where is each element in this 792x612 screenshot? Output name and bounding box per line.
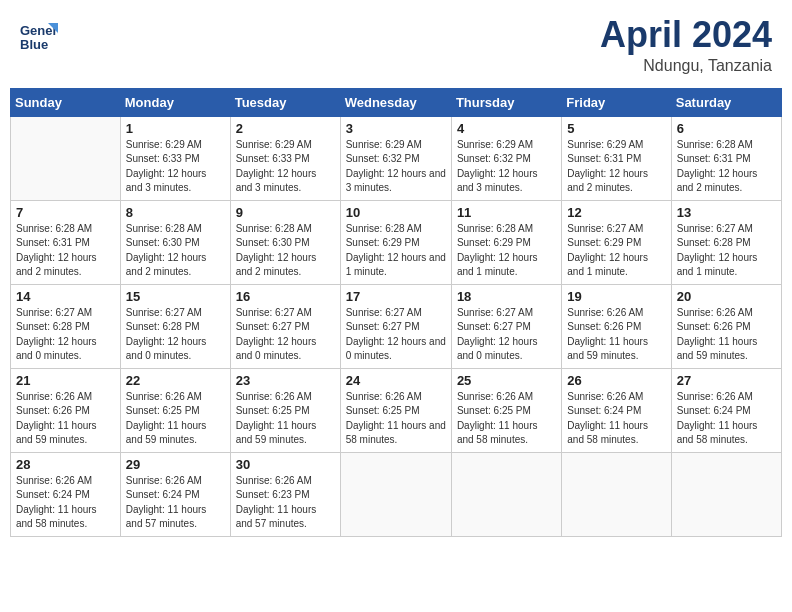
calendar-cell: 30Sunrise: 6:26 AM Sunset: 6:23 PM Dayli… bbox=[230, 452, 340, 536]
calendar-cell: 20Sunrise: 6:26 AM Sunset: 6:26 PM Dayli… bbox=[671, 284, 781, 368]
calendar-cell: 26Sunrise: 6:26 AM Sunset: 6:24 PM Dayli… bbox=[562, 368, 671, 452]
day-info: Sunrise: 6:29 AM Sunset: 6:33 PM Dayligh… bbox=[126, 138, 225, 196]
calendar-cell: 25Sunrise: 6:26 AM Sunset: 6:25 PM Dayli… bbox=[451, 368, 561, 452]
calendar-cell bbox=[11, 116, 121, 200]
calendar-cell: 24Sunrise: 6:26 AM Sunset: 6:25 PM Dayli… bbox=[340, 368, 451, 452]
day-number: 11 bbox=[457, 205, 556, 220]
calendar-cell: 13Sunrise: 6:27 AM Sunset: 6:28 PM Dayli… bbox=[671, 200, 781, 284]
day-header-sunday: Sunday bbox=[11, 88, 121, 116]
calendar-cell: 11Sunrise: 6:28 AM Sunset: 6:29 PM Dayli… bbox=[451, 200, 561, 284]
month-title: April 2024 bbox=[600, 15, 772, 55]
day-info: Sunrise: 6:28 AM Sunset: 6:29 PM Dayligh… bbox=[346, 222, 446, 280]
day-number: 8 bbox=[126, 205, 225, 220]
calendar-cell: 19Sunrise: 6:26 AM Sunset: 6:26 PM Dayli… bbox=[562, 284, 671, 368]
calendar-cell: 8Sunrise: 6:28 AM Sunset: 6:30 PM Daylig… bbox=[120, 200, 230, 284]
calendar-cell: 18Sunrise: 6:27 AM Sunset: 6:27 PM Dayli… bbox=[451, 284, 561, 368]
calendar-header-row: SundayMondayTuesdayWednesdayThursdayFrid… bbox=[11, 88, 782, 116]
day-info: Sunrise: 6:27 AM Sunset: 6:28 PM Dayligh… bbox=[677, 222, 776, 280]
calendar-cell bbox=[340, 452, 451, 536]
day-info: Sunrise: 6:26 AM Sunset: 6:24 PM Dayligh… bbox=[16, 474, 115, 532]
calendar-cell: 3Sunrise: 6:29 AM Sunset: 6:32 PM Daylig… bbox=[340, 116, 451, 200]
calendar-cell: 9Sunrise: 6:28 AM Sunset: 6:30 PM Daylig… bbox=[230, 200, 340, 284]
day-number: 16 bbox=[236, 289, 335, 304]
calendar-table: SundayMondayTuesdayWednesdayThursdayFrid… bbox=[10, 88, 782, 537]
calendar-cell: 23Sunrise: 6:26 AM Sunset: 6:25 PM Dayli… bbox=[230, 368, 340, 452]
calendar-cell: 1Sunrise: 6:29 AM Sunset: 6:33 PM Daylig… bbox=[120, 116, 230, 200]
day-number: 12 bbox=[567, 205, 665, 220]
day-number: 2 bbox=[236, 121, 335, 136]
day-info: Sunrise: 6:26 AM Sunset: 6:26 PM Dayligh… bbox=[567, 306, 665, 364]
day-info: Sunrise: 6:29 AM Sunset: 6:32 PM Dayligh… bbox=[346, 138, 446, 196]
day-number: 26 bbox=[567, 373, 665, 388]
page-header: General Blue April 2024 Ndungu, Tanzania bbox=[10, 10, 782, 80]
day-number: 27 bbox=[677, 373, 776, 388]
day-info: Sunrise: 6:26 AM Sunset: 6:25 PM Dayligh… bbox=[457, 390, 556, 448]
calendar-cell: 22Sunrise: 6:26 AM Sunset: 6:25 PM Dayli… bbox=[120, 368, 230, 452]
calendar-cell: 2Sunrise: 6:29 AM Sunset: 6:33 PM Daylig… bbox=[230, 116, 340, 200]
day-info: Sunrise: 6:27 AM Sunset: 6:27 PM Dayligh… bbox=[457, 306, 556, 364]
day-info: Sunrise: 6:27 AM Sunset: 6:28 PM Dayligh… bbox=[126, 306, 225, 364]
calendar-cell: 17Sunrise: 6:27 AM Sunset: 6:27 PM Dayli… bbox=[340, 284, 451, 368]
calendar-cell: 6Sunrise: 6:28 AM Sunset: 6:31 PM Daylig… bbox=[671, 116, 781, 200]
calendar-cell: 5Sunrise: 6:29 AM Sunset: 6:31 PM Daylig… bbox=[562, 116, 671, 200]
logo-icon: General Blue bbox=[20, 15, 58, 53]
day-number: 23 bbox=[236, 373, 335, 388]
day-info: Sunrise: 6:28 AM Sunset: 6:31 PM Dayligh… bbox=[677, 138, 776, 196]
day-number: 1 bbox=[126, 121, 225, 136]
day-header-saturday: Saturday bbox=[671, 88, 781, 116]
calendar-cell: 28Sunrise: 6:26 AM Sunset: 6:24 PM Dayli… bbox=[11, 452, 121, 536]
svg-text:Blue: Blue bbox=[20, 37, 48, 52]
day-number: 20 bbox=[677, 289, 776, 304]
day-info: Sunrise: 6:28 AM Sunset: 6:30 PM Dayligh… bbox=[126, 222, 225, 280]
title-block: April 2024 Ndungu, Tanzania bbox=[600, 15, 772, 75]
day-number: 29 bbox=[126, 457, 225, 472]
day-info: Sunrise: 6:27 AM Sunset: 6:27 PM Dayligh… bbox=[236, 306, 335, 364]
day-number: 17 bbox=[346, 289, 446, 304]
day-number: 15 bbox=[126, 289, 225, 304]
day-number: 4 bbox=[457, 121, 556, 136]
day-number: 28 bbox=[16, 457, 115, 472]
calendar-cell: 4Sunrise: 6:29 AM Sunset: 6:32 PM Daylig… bbox=[451, 116, 561, 200]
calendar-week-row: 1Sunrise: 6:29 AM Sunset: 6:33 PM Daylig… bbox=[11, 116, 782, 200]
day-info: Sunrise: 6:28 AM Sunset: 6:31 PM Dayligh… bbox=[16, 222, 115, 280]
location-title: Ndungu, Tanzania bbox=[600, 57, 772, 75]
calendar-cell: 15Sunrise: 6:27 AM Sunset: 6:28 PM Dayli… bbox=[120, 284, 230, 368]
day-info: Sunrise: 6:26 AM Sunset: 6:24 PM Dayligh… bbox=[126, 474, 225, 532]
day-number: 14 bbox=[16, 289, 115, 304]
day-info: Sunrise: 6:27 AM Sunset: 6:28 PM Dayligh… bbox=[16, 306, 115, 364]
calendar-week-row: 28Sunrise: 6:26 AM Sunset: 6:24 PM Dayli… bbox=[11, 452, 782, 536]
calendar-cell: 14Sunrise: 6:27 AM Sunset: 6:28 PM Dayli… bbox=[11, 284, 121, 368]
day-number: 19 bbox=[567, 289, 665, 304]
calendar-cell: 29Sunrise: 6:26 AM Sunset: 6:24 PM Dayli… bbox=[120, 452, 230, 536]
calendar-cell bbox=[562, 452, 671, 536]
day-header-wednesday: Wednesday bbox=[340, 88, 451, 116]
calendar-cell: 10Sunrise: 6:28 AM Sunset: 6:29 PM Dayli… bbox=[340, 200, 451, 284]
day-info: Sunrise: 6:27 AM Sunset: 6:27 PM Dayligh… bbox=[346, 306, 446, 364]
day-number: 3 bbox=[346, 121, 446, 136]
calendar-week-row: 14Sunrise: 6:27 AM Sunset: 6:28 PM Dayli… bbox=[11, 284, 782, 368]
day-info: Sunrise: 6:28 AM Sunset: 6:29 PM Dayligh… bbox=[457, 222, 556, 280]
calendar-cell: 12Sunrise: 6:27 AM Sunset: 6:29 PM Dayli… bbox=[562, 200, 671, 284]
day-info: Sunrise: 6:26 AM Sunset: 6:26 PM Dayligh… bbox=[16, 390, 115, 448]
day-info: Sunrise: 6:26 AM Sunset: 6:25 PM Dayligh… bbox=[236, 390, 335, 448]
day-info: Sunrise: 6:26 AM Sunset: 6:24 PM Dayligh… bbox=[677, 390, 776, 448]
day-header-friday: Friday bbox=[562, 88, 671, 116]
calendar-cell: 7Sunrise: 6:28 AM Sunset: 6:31 PM Daylig… bbox=[11, 200, 121, 284]
day-info: Sunrise: 6:26 AM Sunset: 6:25 PM Dayligh… bbox=[346, 390, 446, 448]
day-number: 9 bbox=[236, 205, 335, 220]
day-header-thursday: Thursday bbox=[451, 88, 561, 116]
day-number: 18 bbox=[457, 289, 556, 304]
day-info: Sunrise: 6:29 AM Sunset: 6:31 PM Dayligh… bbox=[567, 138, 665, 196]
day-number: 10 bbox=[346, 205, 446, 220]
logo: General Blue bbox=[20, 15, 62, 53]
calendar-week-row: 21Sunrise: 6:26 AM Sunset: 6:26 PM Dayli… bbox=[11, 368, 782, 452]
day-number: 30 bbox=[236, 457, 335, 472]
day-info: Sunrise: 6:26 AM Sunset: 6:23 PM Dayligh… bbox=[236, 474, 335, 532]
day-number: 6 bbox=[677, 121, 776, 136]
day-info: Sunrise: 6:29 AM Sunset: 6:32 PM Dayligh… bbox=[457, 138, 556, 196]
day-info: Sunrise: 6:26 AM Sunset: 6:25 PM Dayligh… bbox=[126, 390, 225, 448]
calendar-cell: 27Sunrise: 6:26 AM Sunset: 6:24 PM Dayli… bbox=[671, 368, 781, 452]
day-header-tuesday: Tuesday bbox=[230, 88, 340, 116]
day-number: 25 bbox=[457, 373, 556, 388]
day-number: 7 bbox=[16, 205, 115, 220]
